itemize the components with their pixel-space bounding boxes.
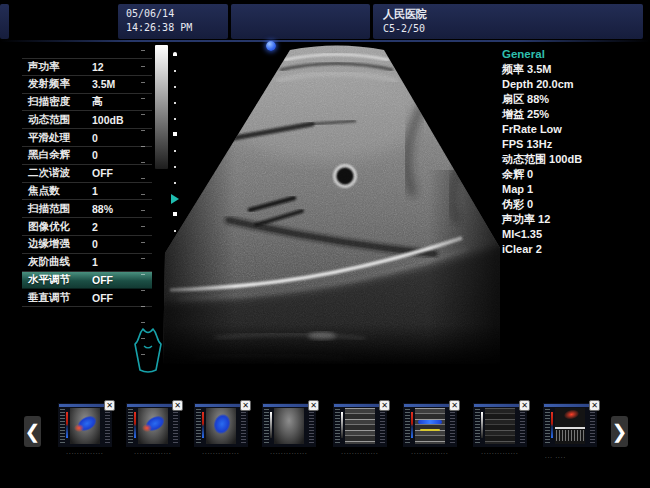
param-label: 灰阶曲线	[28, 255, 70, 269]
thumb-image	[555, 408, 585, 444]
header-logo-box	[0, 4, 9, 39]
info-dynamic-range: 动态范围 100dB	[502, 152, 647, 167]
param-value: 100dB	[92, 114, 124, 126]
thumb-right-annotations	[380, 409, 385, 443]
thumb-colorbar	[66, 412, 68, 438]
thumbnail-7[interactable]: ✕ ··············	[473, 403, 527, 447]
thumb-caption: ··············	[255, 450, 323, 456]
thumb-right-annotations	[173, 409, 178, 443]
param-row-edge-enhance[interactable]: 边缘增强0	[22, 236, 152, 254]
param-row-scan-density[interactable]: 扫描密度高	[22, 94, 152, 112]
thumb-colorbar	[551, 412, 553, 438]
depth-tick-column	[141, 50, 145, 362]
body-mark-torso-icon	[132, 326, 164, 374]
general-info-panel: General 频率 3.5M Depth 20.0cm 扇区 88% 增益 2…	[502, 47, 647, 257]
param-label: 图像优化	[28, 220, 70, 234]
thumb-image	[345, 408, 375, 444]
close-icon[interactable]: ✕	[104, 400, 115, 411]
thumb-image	[415, 408, 445, 444]
header-patient-box	[231, 4, 370, 39]
ultrasound-image[interactable]	[160, 40, 505, 385]
info-sector: 扇区 88%	[502, 92, 647, 107]
thumb-left-annotations	[475, 409, 480, 443]
param-label: 垂直调节	[28, 291, 70, 305]
param-label: 动态范围	[28, 113, 70, 127]
param-value: OFF	[92, 167, 113, 179]
thumb-right-annotations	[590, 409, 595, 443]
param-row-acoustic-power[interactable]: 声功率12	[22, 58, 152, 76]
info-persistence: 余辉 0	[502, 167, 647, 182]
thumbnail-8[interactable]: ✕ ··· ····	[543, 403, 597, 447]
thumbnail-1[interactable]: ✕ ··············	[58, 403, 112, 447]
info-frame-rate: FrRate Low	[502, 122, 647, 137]
thumb-right-annotations	[241, 409, 246, 443]
param-row-smoothing[interactable]: 平滑处理0	[22, 129, 152, 147]
param-label: 平滑处理	[28, 131, 70, 145]
thumb-left-annotations	[545, 409, 550, 443]
ultrasound-workstation-screen: 05/06/14 14:26:38 PM 人民医院 C5-2/50 声功率12 …	[0, 0, 650, 488]
info-acoustic-power: 声功率 12	[502, 212, 647, 227]
thumb-image	[274, 408, 304, 444]
param-row-harmonic[interactable]: 二次谐波OFF	[22, 165, 152, 183]
close-icon[interactable]: ✕	[240, 400, 251, 411]
param-row-bw-persistence[interactable]: 黑白余辉0	[22, 147, 152, 165]
param-label: 二次谐波	[28, 166, 70, 180]
param-row-dynamic-range[interactable]: 动态范围100dB	[22, 111, 152, 129]
param-row-tx-frequency[interactable]: 发射频率3.5M	[22, 76, 152, 94]
param-label: 边缘增强	[28, 237, 70, 251]
info-gain: 增益 25%	[502, 107, 647, 122]
close-icon[interactable]: ✕	[519, 400, 530, 411]
thumb-right-annotations	[520, 409, 525, 443]
close-icon[interactable]: ✕	[379, 400, 390, 411]
thumb-caption: ··· ····	[545, 454, 613, 460]
thumb-image	[206, 408, 236, 444]
param-row-vertical-adjust[interactable]: 垂直调节OFF	[22, 289, 152, 307]
thumb-caption: ··············	[119, 450, 187, 456]
close-icon[interactable]: ✕	[308, 400, 319, 411]
thumbnail-6[interactable]: ✕ ··············	[403, 403, 457, 447]
param-value: 1	[92, 185, 98, 197]
header-datetime-box: 05/06/14 14:26:38 PM	[118, 4, 228, 39]
param-value: 12	[92, 61, 104, 73]
us-tissue-features	[160, 40, 505, 385]
param-value: 0	[92, 149, 98, 161]
thumbnail-4[interactable]: ✕ ··············	[262, 403, 316, 447]
param-value: 3.5M	[92, 78, 115, 90]
param-row-image-optimize[interactable]: 图像优化2	[22, 218, 152, 236]
param-row-horizontal-adjust-selected[interactable]: 水平调节OFF	[22, 272, 152, 290]
close-icon[interactable]: ✕	[172, 400, 183, 411]
close-icon[interactable]: ✕	[449, 400, 460, 411]
param-value: 88%	[92, 203, 113, 215]
thumb-left-annotations	[405, 409, 410, 443]
thumbnail-2[interactable]: ✕ ··············	[126, 403, 180, 447]
thumbnails-next-button[interactable]: ❯	[611, 416, 628, 447]
param-label: 水平调节	[28, 273, 70, 287]
param-value: OFF	[92, 274, 113, 286]
close-icon[interactable]: ✕	[589, 400, 600, 411]
info-panel-title: General	[502, 47, 647, 62]
info-depth: Depth 20.0cm	[502, 77, 647, 92]
thumb-left-annotations	[128, 409, 133, 443]
thumb-colorbar	[411, 412, 413, 438]
info-frequency: 频率 3.5M	[502, 62, 647, 77]
header-date: 05/06/14	[126, 7, 228, 21]
thumb-image	[138, 408, 168, 444]
param-row-gray-curve[interactable]: 灰阶曲线1	[22, 254, 152, 272]
thumbnails-prev-button[interactable]: ❮	[24, 416, 41, 447]
param-row-scan-range[interactable]: 扫描范围88%	[22, 200, 152, 218]
param-label: 焦点数	[28, 184, 60, 198]
info-fps: FPS 13Hz	[502, 137, 647, 152]
probe-model: C5-2/50	[383, 22, 643, 36]
thumb-colorbar	[341, 412, 343, 438]
thumb-image	[70, 408, 100, 444]
thumb-caption: ··············	[466, 450, 534, 456]
thumb-left-annotations	[60, 409, 65, 443]
thumbnail-3[interactable]: ✕ ··············	[194, 403, 248, 447]
param-label: 黑白余辉	[28, 148, 70, 162]
thumb-caption: ··············	[187, 450, 255, 456]
param-label: 扫描范围	[28, 202, 70, 216]
info-map: Map 1	[502, 182, 647, 197]
thumbnail-5[interactable]: ✕ ··············	[333, 403, 387, 447]
param-row-focus-count[interactable]: 焦点数1	[22, 183, 152, 201]
thumb-colorbar	[270, 412, 272, 438]
